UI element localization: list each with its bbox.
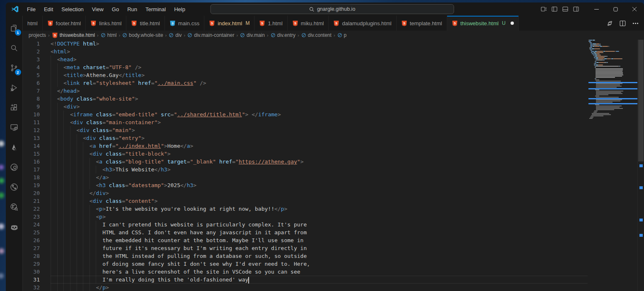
menu-file[interactable]: File [23, 5, 39, 14]
code-line-8[interactable]: <body class="whole-site"> [51, 95, 588, 103]
line-number-11[interactable]: 11 [23, 118, 40, 126]
code-line-11[interactable]: <div class="main-container"> [51, 118, 588, 126]
code-line-7[interactable]: </head> [51, 87, 588, 95]
tab-miku.html[interactable]: 5miku.html [288, 16, 329, 31]
code-line-23[interactable]: <p> [51, 213, 588, 221]
line-number-17[interactable]: 17 [23, 166, 40, 173]
activity-github-icon[interactable] [6, 157, 23, 177]
line-number-15[interactable]: 15 [23, 150, 40, 158]
code-line-32[interactable]: </p> [51, 284, 588, 291]
breadcrumb-thiswebsite.html[interactable]: 5thiswebsite.html [52, 32, 95, 38]
code-line-1[interactable]: <!DOCTYPE html> [51, 40, 588, 48]
tab-dalamudplugins.html[interactable]: 5dalamudplugins.html [329, 16, 396, 31]
menu-go[interactable]: Go [108, 5, 123, 14]
code-line-31[interactable]: I'm really doing this the 'old-fashioned… [51, 276, 588, 284]
line-number-23[interactable]: 23 [23, 213, 40, 221]
activity-gitlens-icon[interactable] [6, 197, 23, 217]
code-line-21[interactable]: <div class="content"> [51, 197, 588, 205]
code-line-29[interactable]: of doing some fancy shit I don't see why… [51, 260, 588, 268]
line-number-gutter[interactable]: 1234567891011121314151617181920212223242… [23, 40, 51, 291]
line-number-14[interactable]: 14 [23, 142, 40, 150]
code-line-26[interactable]: the embedded hit counter at the bottom. … [51, 236, 588, 244]
activity-run-debug-icon[interactable] [6, 78, 23, 98]
minimize-button[interactable] [587, 2, 606, 16]
code-line-15[interactable]: <div class="title-block"> [51, 150, 588, 158]
activity-explorer-icon[interactable]: 1 [6, 18, 23, 38]
code-line-22[interactable]: <p>It's the website you're looking at ri… [51, 205, 588, 213]
menu-help[interactable]: Help [170, 5, 189, 14]
activity-azure-icon[interactable] [6, 137, 23, 157]
code-line-12[interactable]: <div class="main"> [51, 126, 588, 134]
line-number-28[interactable]: 28 [23, 252, 40, 260]
code-line-24[interactable]: I can't pretend this website is particul… [51, 221, 588, 228]
tab-main.css[interactable]: 3main.css [165, 16, 204, 31]
close-button[interactable] [625, 2, 644, 16]
line-number-20[interactable]: 20 [23, 189, 40, 197]
line-number-12[interactable]: 12 [23, 126, 40, 134]
code-line-27[interactable]: future if it's necessary but I'm writing… [51, 244, 588, 252]
tab-template.html[interactable]: 5template.html [397, 16, 447, 31]
code-area[interactable]: <!DOCTYPE html><html><head><meta charset… [51, 40, 588, 291]
line-number-29[interactable]: 29 [23, 260, 40, 268]
split-editor-icon[interactable] [619, 20, 626, 27]
menu-run[interactable]: Run [123, 5, 141, 14]
tab-thiswebsite.html[interactable]: 5thiswebsite.htmlU [447, 16, 519, 31]
menu-edit[interactable]: Edit [40, 5, 57, 14]
line-number-2[interactable]: 2 [23, 48, 40, 55]
line-number-13[interactable]: 13 [23, 134, 40, 142]
activity-git-graph-icon[interactable] [6, 177, 23, 197]
line-number-7[interactable]: 7 [23, 87, 40, 95]
scrollbar[interactable] [637, 40, 644, 291]
line-number-4[interactable]: 4 [23, 63, 40, 71]
line-number-6[interactable]: 6 [23, 79, 40, 87]
minimap[interactable] [588, 40, 637, 291]
breadcrumb-div.main-container[interactable]: div.main-container [187, 32, 234, 38]
tab-1.html[interactable]: 51.html [254, 16, 287, 31]
line-number-19[interactable]: 19 [23, 181, 40, 189]
command-center-search[interactable]: gnargle.github.io [211, 4, 454, 14]
code-line-20[interactable]: </div> [51, 189, 588, 197]
line-number-31[interactable]: 31 [23, 276, 40, 284]
line-number-1[interactable]: 1 [23, 40, 40, 48]
line-number-22[interactable]: 22 [23, 205, 40, 213]
code-line-10[interactable]: <iframe class="embed-title" src="../shar… [51, 111, 588, 118]
toggle-panel-icon[interactable] [562, 6, 569, 12]
code-line-14[interactable]: <a href="../index.html">Home</a> [51, 142, 588, 150]
line-number-3[interactable]: 3 [23, 55, 40, 63]
line-number-18[interactable]: 18 [23, 173, 40, 181]
code-line-5[interactable]: <title>Athene.Gay</title> [51, 71, 588, 79]
breadcrumb-div.main[interactable]: div.main [240, 32, 265, 38]
code-line-28[interactable]: the HTML instead of pulling from a datab… [51, 252, 588, 260]
code-line-3[interactable]: <head> [51, 55, 588, 63]
activity-search-icon[interactable] [6, 38, 23, 58]
code-line-13[interactable]: <div class="entry"> [51, 134, 588, 142]
code-line-19[interactable]: <h3 class="datestamp">2025</h3> [51, 181, 588, 189]
toggle-sidebar-left-icon[interactable] [551, 6, 558, 12]
code-line-4[interactable]: <meta charset="UTF-8" /> [51, 63, 588, 71]
line-number-25[interactable]: 25 [23, 228, 40, 236]
code-line-9[interactable]: <div> [51, 103, 588, 111]
maximize-button[interactable] [606, 2, 625, 16]
tab-title.html[interactable]: 5title.html [126, 16, 165, 31]
breadcrumb-body.whole-site[interactable]: body.whole-site [122, 32, 163, 38]
breadcrumb-p[interactable]: p [337, 32, 347, 38]
activity-godot-icon[interactable] [6, 217, 23, 237]
code-line-16[interactable]: <a class="blog-title" target="_blank" hr… [51, 158, 588, 166]
line-number-32[interactable]: 32 [23, 284, 40, 291]
tab-html[interactable]: html [23, 16, 43, 31]
tab-footer.html[interactable]: 5footer.html [43, 16, 86, 31]
more-actions-icon[interactable] [632, 20, 639, 27]
line-number-5[interactable]: 5 [23, 71, 40, 79]
code-line-18[interactable]: </a> [51, 173, 588, 181]
tab-links.html[interactable]: 5links.html [86, 16, 126, 31]
menu-selection[interactable]: Selection [58, 5, 87, 14]
unsaved-dot[interactable] [511, 22, 514, 25]
line-number-24[interactable]: 24 [23, 221, 40, 228]
code-line-6[interactable]: <link rel="stylesheet" href="../main.css… [51, 79, 588, 87]
line-number-10[interactable]: 10 [23, 111, 40, 118]
open-changes-icon[interactable] [606, 20, 613, 27]
code-line-25[interactable]: HTML and CSS. I don't even have any java… [51, 228, 588, 236]
line-number-16[interactable]: 16 [23, 158, 40, 166]
tab-index.html[interactable]: 5index.htmlM [204, 16, 254, 31]
activity-remote-explorer-icon[interactable] [6, 118, 23, 137]
